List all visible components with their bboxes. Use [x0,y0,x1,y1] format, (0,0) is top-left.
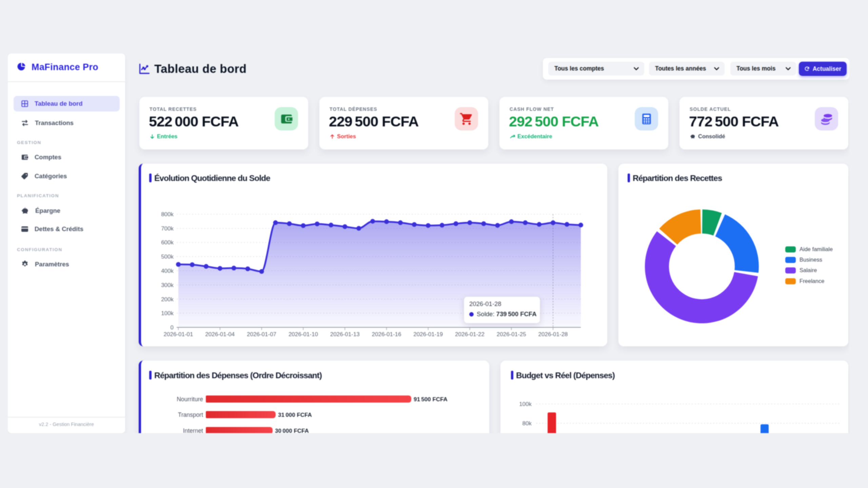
svg-text:0: 0 [171,324,174,331]
svg-text:200k: 200k [161,296,174,303]
svg-text:2026-01-04: 2026-01-04 [205,331,235,338]
svg-text:2026-01-28: 2026-01-28 [538,331,568,338]
svg-text:2026-01-01: 2026-01-01 [164,331,193,338]
svg-text:300k: 300k [161,282,174,288]
svg-text:2026-01-16: 2026-01-16 [372,331,401,338]
svg-text:100k: 100k [161,310,174,317]
svg-text:500k: 500k [161,253,174,260]
svg-text:100k: 100k [519,401,532,407]
svg-text:700k: 700k [161,225,174,232]
svg-text:2026-01-13: 2026-01-13 [330,331,360,338]
svg-text:600k: 600k [161,239,174,246]
svg-text:2026-01-07: 2026-01-07 [247,331,276,338]
svg-text:400k: 400k [161,268,174,274]
svg-text:2026-01-22: 2026-01-22 [455,331,485,338]
svg-text:2026-01-25: 2026-01-25 [497,331,526,338]
svg-text:800k: 800k [161,211,174,218]
svg-text:80k: 80k [522,420,532,427]
svg-text:2026-01-19: 2026-01-19 [413,331,443,338]
svg-text:2026-01-10: 2026-01-10 [289,331,318,338]
